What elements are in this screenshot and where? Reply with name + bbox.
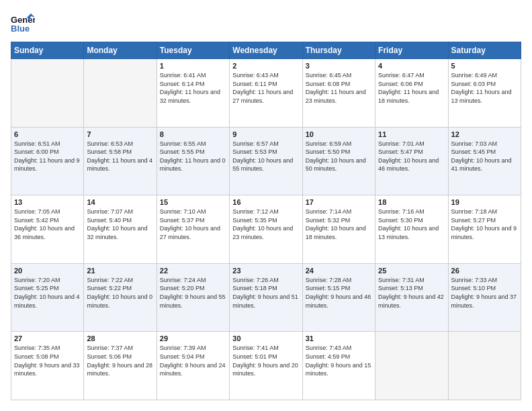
weekday-header-wednesday: Wednesday	[230, 42, 302, 59]
calendar-cell: 23Sunrise: 7:26 AMSunset: 5:18 PMDayligh…	[230, 263, 302, 332]
calendar-cell: 13Sunrise: 7:05 AMSunset: 5:42 PMDayligh…	[11, 195, 84, 264]
weekday-header-friday: Friday	[375, 42, 448, 59]
day-info: Sunrise: 7:33 AMSunset: 5:10 PMDaylight:…	[451, 276, 518, 310]
calendar-cell: 11Sunrise: 7:01 AMSunset: 5:47 PMDayligh…	[375, 127, 448, 195]
week-row-1: 1Sunrise: 6:41 AMSunset: 6:14 PMDaylight…	[11, 59, 521, 128]
week-row-2: 6Sunrise: 6:51 AMSunset: 6:00 PMDaylight…	[11, 127, 521, 195]
day-info: Sunrise: 7:05 AMSunset: 5:42 PMDaylight:…	[14, 208, 81, 241]
day-info: Sunrise: 7:03 AMSunset: 5:45 PMDaylight:…	[451, 140, 518, 173]
calendar-cell: 15Sunrise: 7:10 AMSunset: 5:37 PMDayligh…	[157, 195, 229, 264]
day-info: Sunrise: 6:47 AMSunset: 6:06 PMDaylight:…	[378, 71, 445, 105]
day-number: 22	[160, 267, 226, 275]
day-info: Sunrise: 7:37 AMSunset: 5:06 PMDaylight:…	[87, 344, 153, 377]
calendar-cell: 24Sunrise: 7:28 AMSunset: 5:15 PMDayligh…	[302, 263, 375, 332]
day-number: 29	[160, 334, 226, 342]
day-number: 16	[232, 198, 299, 206]
calendar-cell: 2Sunrise: 6:43 AMSunset: 6:11 PMDaylight…	[230, 59, 302, 128]
weekday-header-saturday: Saturday	[448, 42, 521, 59]
calendar-cell: 4Sunrise: 6:47 AMSunset: 6:06 PMDaylight…	[375, 59, 448, 128]
day-number: 14	[87, 198, 153, 206]
week-row-5: 27Sunrise: 7:35 AMSunset: 5:08 PMDayligh…	[11, 332, 521, 400]
day-number: 13	[14, 198, 81, 206]
day-number: 18	[378, 198, 445, 206]
day-info: Sunrise: 7:31 AMSunset: 5:13 PMDaylight:…	[378, 276, 445, 310]
day-info: Sunrise: 6:41 AMSunset: 6:14 PMDaylight:…	[160, 71, 226, 105]
day-info: Sunrise: 7:41 AMSunset: 5:01 PMDaylight:…	[232, 344, 299, 377]
calendar-cell: 29Sunrise: 7:39 AMSunset: 5:04 PMDayligh…	[157, 332, 229, 400]
calendar-cell: 30Sunrise: 7:41 AMSunset: 5:01 PMDayligh…	[230, 332, 302, 400]
day-info: Sunrise: 7:22 AMSunset: 5:22 PMDaylight:…	[87, 276, 153, 310]
calendar-cell: 1Sunrise: 6:41 AMSunset: 6:14 PMDaylight…	[157, 59, 229, 128]
week-row-4: 20Sunrise: 7:20 AMSunset: 5:25 PMDayligh…	[11, 263, 521, 332]
day-info: Sunrise: 7:14 AMSunset: 5:32 PMDaylight:…	[306, 208, 372, 241]
day-number: 7	[87, 130, 153, 138]
calendar-cell: 14Sunrise: 7:07 AMSunset: 5:40 PMDayligh…	[84, 195, 157, 264]
calendar-cell: 12Sunrise: 7:03 AMSunset: 5:45 PMDayligh…	[448, 127, 521, 195]
day-info: Sunrise: 6:53 AMSunset: 5:58 PMDaylight:…	[87, 140, 153, 173]
calendar-cell: 22Sunrise: 7:24 AMSunset: 5:20 PMDayligh…	[157, 263, 229, 332]
calendar-cell: 6Sunrise: 6:51 AMSunset: 6:00 PMDaylight…	[11, 127, 84, 195]
day-number: 28	[87, 334, 153, 342]
day-info: Sunrise: 6:51 AMSunset: 6:00 PMDaylight:…	[14, 140, 81, 173]
day-number: 6	[14, 130, 81, 138]
day-number: 15	[160, 198, 226, 206]
calendar-cell: 21Sunrise: 7:22 AMSunset: 5:22 PMDayligh…	[84, 263, 157, 332]
calendar-cell: 5Sunrise: 6:49 AMSunset: 6:03 PMDaylight…	[448, 59, 521, 128]
header: General Blue	[11, 11, 521, 35]
calendar-cell: 20Sunrise: 7:20 AMSunset: 5:25 PMDayligh…	[11, 263, 84, 332]
day-info: Sunrise: 6:45 AMSunset: 6:08 PMDaylight:…	[306, 71, 372, 105]
day-info: Sunrise: 7:10 AMSunset: 5:37 PMDaylight:…	[160, 208, 226, 241]
calendar-cell	[11, 59, 84, 128]
calendar-table: SundayMondayTuesdayWednesdayThursdayFrid…	[11, 42, 521, 400]
day-number: 5	[451, 62, 518, 70]
calendar-cell: 31Sunrise: 7:43 AMSunset: 4:59 PMDayligh…	[302, 332, 375, 400]
week-row-3: 13Sunrise: 7:05 AMSunset: 5:42 PMDayligh…	[11, 195, 521, 264]
calendar-cell: 26Sunrise: 7:33 AMSunset: 5:10 PMDayligh…	[448, 263, 521, 332]
day-info: Sunrise: 7:43 AMSunset: 4:59 PMDaylight:…	[306, 344, 372, 377]
calendar-cell: 16Sunrise: 7:12 AMSunset: 5:35 PMDayligh…	[230, 195, 302, 264]
day-info: Sunrise: 7:24 AMSunset: 5:20 PMDaylight:…	[160, 276, 226, 310]
day-number: 2	[232, 62, 299, 70]
calendar-cell: 9Sunrise: 6:57 AMSunset: 5:53 PMDaylight…	[230, 127, 302, 195]
day-number: 21	[87, 267, 153, 275]
calendar-cell: 7Sunrise: 6:53 AMSunset: 5:58 PMDaylight…	[84, 127, 157, 195]
calendar-cell: 10Sunrise: 6:59 AMSunset: 5:50 PMDayligh…	[302, 127, 375, 195]
day-number: 9	[232, 130, 299, 138]
calendar-cell	[375, 332, 448, 400]
day-info: Sunrise: 7:12 AMSunset: 5:35 PMDaylight:…	[232, 208, 299, 241]
day-number: 26	[451, 267, 518, 275]
day-number: 25	[378, 267, 445, 275]
day-info: Sunrise: 7:26 AMSunset: 5:18 PMDaylight:…	[232, 276, 299, 310]
calendar-cell	[84, 59, 157, 128]
day-number: 31	[306, 334, 372, 342]
calendar-cell: 3Sunrise: 6:45 AMSunset: 6:08 PMDaylight…	[302, 59, 375, 128]
day-info: Sunrise: 7:16 AMSunset: 5:30 PMDaylight:…	[378, 208, 445, 241]
day-number: 23	[232, 267, 299, 275]
calendar-cell: 18Sunrise: 7:16 AMSunset: 5:30 PMDayligh…	[375, 195, 448, 264]
day-number: 24	[306, 267, 372, 275]
weekday-header-thursday: Thursday	[302, 42, 375, 59]
weekday-header-sunday: Sunday	[11, 42, 84, 59]
day-number: 10	[306, 130, 372, 138]
day-info: Sunrise: 7:28 AMSunset: 5:15 PMDaylight:…	[306, 276, 372, 310]
weekday-header-monday: Monday	[84, 42, 157, 59]
day-info: Sunrise: 7:01 AMSunset: 5:47 PMDaylight:…	[378, 140, 445, 173]
logo-icon: General Blue	[11, 11, 35, 35]
day-number: 12	[451, 130, 518, 138]
weekday-header-row: SundayMondayTuesdayWednesdayThursdayFrid…	[11, 42, 521, 59]
day-number: 30	[232, 334, 299, 342]
day-number: 20	[14, 267, 81, 275]
day-number: 17	[306, 198, 372, 206]
calendar-cell: 17Sunrise: 7:14 AMSunset: 5:32 PMDayligh…	[302, 195, 375, 264]
page: General Blue SundayMondayTuesdayWednesda…	[0, 0, 532, 411]
logo: General Blue	[11, 11, 38, 35]
calendar-cell	[448, 332, 521, 400]
calendar-cell: 28Sunrise: 7:37 AMSunset: 5:06 PMDayligh…	[84, 332, 157, 400]
day-number: 3	[306, 62, 372, 70]
day-info: Sunrise: 6:49 AMSunset: 6:03 PMDaylight:…	[451, 71, 518, 105]
day-info: Sunrise: 7:39 AMSunset: 5:04 PMDaylight:…	[160, 344, 226, 377]
day-number: 11	[378, 130, 445, 138]
day-number: 27	[14, 334, 81, 342]
day-info: Sunrise: 6:55 AMSunset: 5:55 PMDaylight:…	[160, 140, 226, 173]
calendar-cell: 19Sunrise: 7:18 AMSunset: 5:27 PMDayligh…	[448, 195, 521, 264]
